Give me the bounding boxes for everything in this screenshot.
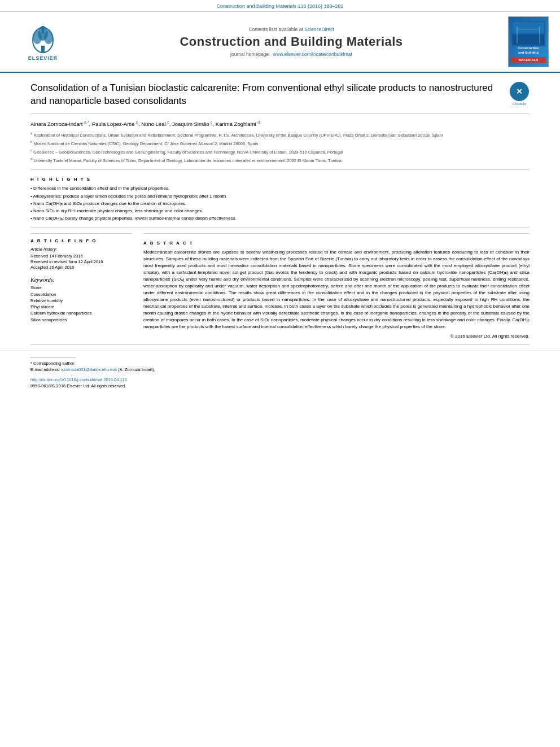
highlight-item-2: Alkoxysilanes: produce a layer which occ… [30,193,530,199]
history-title: Article history: [30,247,132,252]
abstract-column: A B S T R A C T Mediterranean calcarenit… [143,233,530,339]
article-info-section: A R T I C L E I N F O Article history: R… [30,233,132,323]
received-date: Received 14 February 2016 [30,254,132,259]
keywords-section: Keywords: Stone Consolidation Relative h… [30,277,132,323]
highlights-header: H I G H L I G H T S [30,177,530,182]
contents-available-line: Contents lists available at ScienceDirec… [248,27,334,32]
affiliation-d: d University Tunis el Manar, Faculty of … [30,156,530,164]
affiliation-b: b Museo Nacional de Ciencias Naturales (… [30,139,530,147]
journal-homepage-link[interactable]: www.elsevier.com/locate/conbuildmat [273,51,352,57]
sciencedirect-link[interactable]: ScienceDirect [304,27,334,32]
revised-date: Received in revised form 12 April 2016 [30,259,132,264]
copyright-line: © 2016 Elsevier Ltd. All rights reserved… [143,334,530,339]
cover-title-text: Constructionand Building [517,46,540,54]
keywords-title: Keywords: [30,277,132,283]
email-link[interactable]: azornoza001@ikasle.ehu.eus [61,367,117,372]
keyword-5: Calcium hydroxide nanoparticles [30,310,132,316]
journal-header-center: Contents lists available at ScienceDirec… [77,16,506,67]
article-info-header: A R T I C L E I N F O [30,238,132,243]
highlight-item-3: Nano Ca(OH)₂ and SiO₂ produce changes du… [30,200,530,207]
keyword-1: Stone [30,285,132,291]
highlight-item-4: Nano SiO₂ in dry RH: moderate physical c… [30,208,530,214]
elsevier-logo: ELSEVIER [26,23,60,61]
keyword-4: Ethyl silicate [30,304,132,310]
corresponding-author-note: * Corresponding author. [30,361,530,367]
highlights-section: H I G H L I G H T S Differences in the c… [30,177,530,228]
journal-cover-thumbnail: Constructionand Building MATERIALS [506,16,551,67]
highlight-item-5: Nano Ca(OH)₂: barely change physical pro… [30,215,530,221]
footnote-divider [30,357,76,357]
keyword-6: Silica nanoparticles [30,317,132,323]
crossmark-label: CrossMark [513,102,526,106]
elsevier-logo-section: ELSEVIER [9,16,77,67]
abstract-text: Mediterranean calcarenite stones are exp… [143,249,530,330]
cover-image-svg [511,21,545,46]
two-column-section: A R T I C L E I N F O Article history: R… [30,233,530,339]
doi-section: http://dx.doi.org/10.1016/j.conbuildmat.… [30,376,530,382]
email-line: E-mail address: azornoza001@ikasle.ehu.e… [30,367,530,373]
accepted-date: Accepted 26 April 2016 [30,265,132,270]
doi-link[interactable]: http://dx.doi.org/10.1016/j.conbuildmat.… [30,377,127,382]
crossmark-icon: ✕ [510,82,529,101]
elsevier-tree-icon [26,23,60,54]
article-title: Consolidation of a Tunisian bioclastic c… [30,82,504,108]
affiliation-c: c GeoBioTec – GeoBioSciences, GeoTechnol… [30,148,530,155]
highlight-item-1: Differences in the consolidation effect … [30,185,530,191]
keyword-2: Consolidation [30,291,132,298]
journal-citation-bar: Construction and Building Materials 116 … [0,0,560,11]
main-content: Consolidation of a Tunisian bioclastic c… [0,73,560,344]
elsevier-brand-text: ELSEVIER [28,55,58,61]
article-title-section: Consolidation of a Tunisian bioclastic c… [30,82,530,114]
journal-header: ELSEVIER Contents lists available at Sci… [0,11,560,73]
page: Construction and Building Materials 116 … [0,0,560,747]
footer-section: * Corresponding author. E-mail address: … [0,351,560,393]
journal-citation: Construction and Building Materials 116 … [216,3,343,9]
keyword-3: Relative humidity [30,298,132,304]
footer-divider [30,344,530,345]
affiliation-a: a Restoration of Historical Construction… [30,131,530,138]
issn-line: 0950-0618/© 2016 Elsevier Ltd. All right… [30,383,530,388]
svg-rect-0 [41,46,45,53]
journal-title: Construction and Building Materials [180,34,403,49]
abstract-section: A B S T R A C T Mediterranean calcarenit… [143,233,530,339]
affiliations-section: a Restoration of Historical Construction… [30,131,530,170]
authors-section: Ainara Zornoza-Indart a,*, Paula Lopez-A… [30,120,530,128]
svg-point-5 [41,26,45,29]
abstract-header: A B S T R A C T [143,241,530,246]
cover-materials-bar: MATERIALS [511,57,546,63]
article-info-column: A R T I C L E I N F O Article history: R… [30,233,132,339]
svg-rect-6 [42,29,44,33]
article-history: Article history: Received 14 February 20… [30,247,132,270]
journal-homepage-line: journal homepage: www.elsevier.com/locat… [230,51,352,57]
crossmark-badge: ✕ CrossMark [509,82,530,106]
journal-cover-image: Constructionand Building MATERIALS [508,16,549,67]
